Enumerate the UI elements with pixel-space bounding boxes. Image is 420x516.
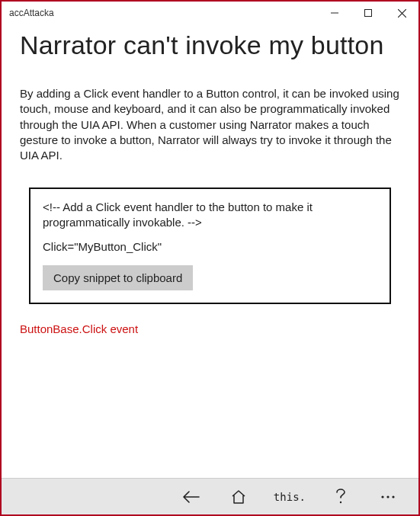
svg-point-2 — [381, 495, 383, 498]
back-arrow-icon — [183, 490, 200, 504]
content-area: Narrator can't invoke my button By addin… — [2, 24, 418, 478]
minimize-icon — [331, 9, 338, 17]
snippet-code: Click="MyButton_Click" — [43, 240, 377, 253]
snippet-comment: <!-- Add a Click event handler to the bu… — [43, 200, 377, 229]
back-button[interactable] — [179, 485, 204, 509]
this-button[interactable]: this. — [274, 485, 306, 509]
help-button[interactable] — [329, 485, 353, 509]
svg-point-3 — [386, 495, 389, 498]
window-controls — [318, 2, 418, 24]
close-icon — [398, 9, 406, 18]
home-icon — [231, 490, 246, 504]
more-button[interactable] — [376, 485, 400, 509]
bottom-command-bar: this. — [2, 478, 418, 514]
page-title: Narrator can't invoke my button — [20, 30, 400, 60]
related-link[interactable]: ButtonBase.Click event — [20, 322, 400, 335]
app-title: accAttacka — [9, 8, 318, 18]
home-button[interactable] — [226, 485, 251, 509]
svg-point-4 — [392, 495, 394, 498]
minimize-button[interactable] — [318, 2, 351, 24]
copy-snippet-button[interactable]: Copy snippet to clipboard — [43, 265, 193, 290]
svg-point-1 — [340, 501, 341, 502]
titlebar: accAttacka — [2, 2, 418, 24]
close-button[interactable] — [385, 2, 418, 24]
maximize-icon — [364, 9, 372, 17]
code-snippet-box: <!-- Add a Click event handler to the bu… — [29, 187, 391, 304]
svg-rect-0 — [365, 10, 372, 17]
ellipsis-icon — [380, 495, 396, 499]
question-icon — [335, 489, 346, 505]
body-text: By adding a Click event handler to a But… — [20, 86, 400, 163]
maximize-button[interactable] — [351, 2, 385, 24]
